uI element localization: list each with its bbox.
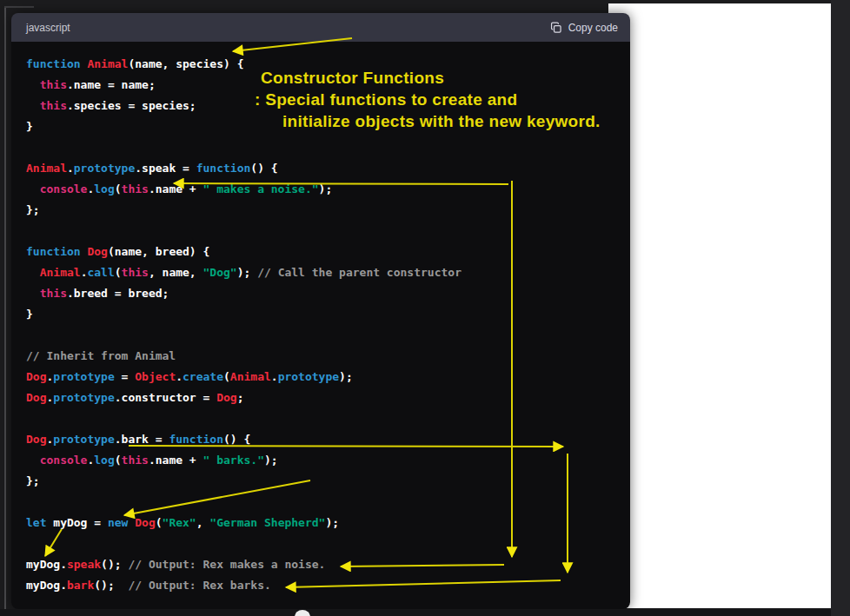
code-line: myDog.bark(); // Output: Rex barks. <box>26 575 630 596</box>
code-line <box>26 221 630 242</box>
code-line: Dog.prototype.bark = function() { <box>26 429 630 450</box>
code-line: Animal.call(this, name, "Dog"); // Call … <box>26 262 630 283</box>
annotation-text: Constructor Functions <box>261 69 444 88</box>
code-line <box>26 137 630 158</box>
code-block-header: javascript Copy code <box>11 13 630 42</box>
code-line: Dog.prototype = Object.create(Animal.pro… <box>26 367 630 387</box>
page-background <box>608 3 831 608</box>
code-line <box>26 533 630 554</box>
code-line: }; <box>26 471 630 492</box>
code-line <box>26 408 630 429</box>
window-right-frame <box>831 0 850 616</box>
code-line: console.log(this.name + " barks."); <box>26 450 630 471</box>
screenshot-stage: javascript Copy code function Animal(nam… <box>0 0 850 616</box>
code-line: // Inherit from Animal <box>26 346 630 367</box>
code-line: }; <box>26 200 630 221</box>
copy-code-button[interactable]: Copy code <box>550 22 618 34</box>
code-line <box>26 325 630 346</box>
code-line: this.breed = breed; <box>26 283 630 304</box>
code-line: let myDog = new Dog("Rex", "German Sheph… <box>26 513 630 533</box>
code-line: Animal.prototype.speak = function() { <box>26 158 630 179</box>
code-line: myDog.speak(); // Output: Rex makes a no… <box>26 554 630 575</box>
annotation-text: : Special functions to create and <box>255 90 517 109</box>
copy-icon <box>550 22 562 34</box>
code-line: console.log(this.name + " makes a noise.… <box>26 179 630 200</box>
code-line: } <box>26 304 630 325</box>
bottom-strip <box>0 609 831 616</box>
window-edge-highlight-horizontal <box>4 6 34 8</box>
copy-code-label: Copy code <box>568 22 618 34</box>
code-line <box>26 492 630 513</box>
code-language-label: javascript <box>26 22 70 34</box>
code-line: Dog.prototype.constructor = Dog; <box>26 387 630 408</box>
annotation-text: initialize objects with the new keyword. <box>282 112 601 131</box>
window-edge-highlight-vertical <box>4 6 6 616</box>
code-line: function Dog(name, breed) { <box>26 242 630 262</box>
